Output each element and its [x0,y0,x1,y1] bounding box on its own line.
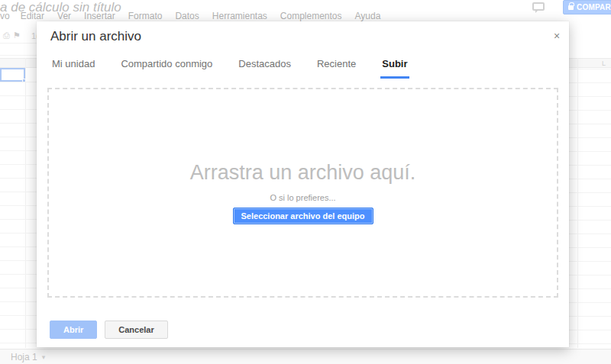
dialog-footer: Abrir Cancelar [50,321,168,339]
dropzone-subline: O si lo prefieres... [270,193,335,202]
open-button[interactable]: Abrir [50,321,97,339]
dropzone-headline: Arrastra un archivo aquí. [190,161,416,185]
dialog-tabs: Mi unidad Compartido conmigo Destacados … [50,55,555,79]
tab-subir[interactable]: Subir [380,55,409,79]
tab-destacados[interactable]: Destacados [237,55,293,79]
tab-mi-unidad[interactable]: Mi unidad [50,55,96,79]
dialog-title: Abrir un archivo [50,29,141,44]
tab-compartido-conmigo[interactable]: Compartido conmigo [119,55,214,79]
select-file-button[interactable]: Seleccionar archivo del equipo [233,208,373,224]
tab-reciente[interactable]: Reciente [315,55,357,79]
open-file-dialog: Abrir un archivo × Mi unidad Compartido … [37,21,569,347]
close-icon[interactable]: × [551,31,563,43]
upload-dropzone[interactable]: Arrastra un archivo aquí. O si lo prefie… [47,88,558,298]
cancel-button[interactable]: Cancelar [105,321,167,339]
